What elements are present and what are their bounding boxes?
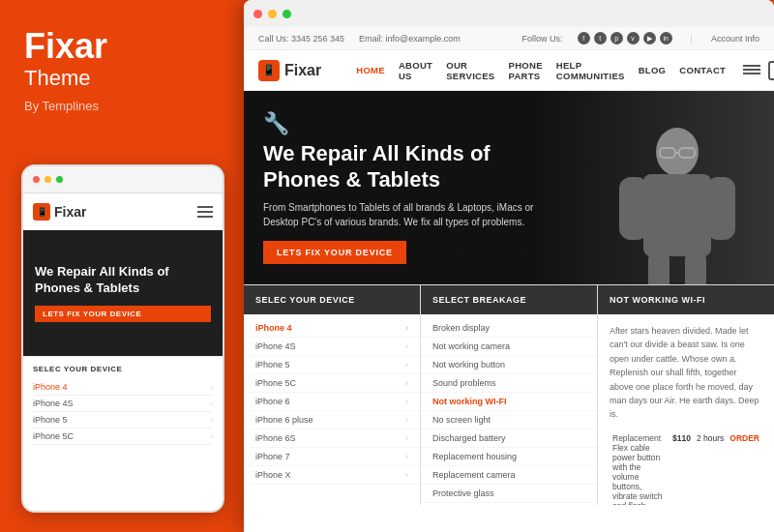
site-nav: 📱 Fixar HOMEABOUT USOUR SERVICESPHONE PA… (244, 50, 774, 91)
col2-list-item[interactable]: Not working button (421, 356, 597, 374)
col1-list-item[interactable]: iPhone 4S› (244, 338, 420, 356)
cart-icon[interactable]: 🛒 (768, 61, 774, 80)
follow-us-label: Follow Us: (522, 34, 563, 44)
col1-list-item[interactable]: iPhone 4› (244, 319, 420, 338)
browser-mockup: Call Us: 3345 256 345 Email: info@exampl… (244, 0, 774, 532)
col3-price-cell: $110 (670, 429, 694, 505)
social-icons: f t p v ▶ in (578, 32, 672, 44)
svg-rect-1 (643, 174, 711, 256)
col1-list-item[interactable]: iPhone X› (244, 466, 420, 485)
col3-table: Replacement Flex cable power button with… (610, 429, 762, 505)
mobile-red-dot (33, 176, 40, 183)
col2: SELECT BREAKAGE Broken displayNot workin… (421, 285, 598, 505)
person-silhouette (600, 118, 755, 284)
brand-title: Fixar (24, 29, 216, 64)
col3-header: NOT WORKING WI-FI (598, 285, 774, 314)
svg-rect-5 (685, 251, 706, 285)
mobile-device-list: iPhone 4›iPhone 4S›iPhone 5›iPhone 5C› (33, 379, 213, 445)
person-svg (605, 121, 750, 285)
mobile-list-item[interactable]: iPhone 5› (33, 412, 213, 429)
mobile-top-bar (23, 166, 223, 193)
site-nav-logo-text: Fixar (284, 62, 321, 79)
site-nav-logo: 📱 Fixar (258, 60, 321, 81)
hero-tools-icon: 🔧 (263, 111, 534, 136)
col2-header: SELECT BREAKAGE (421, 285, 597, 314)
mobile-list-item[interactable]: iPhone 4S› (33, 396, 213, 412)
site-hero: 🔧 We Repair All Kinds ofPhones & Tablets… (244, 91, 774, 284)
mobile-header: 📱 Fixar (23, 193, 223, 230)
mobile-yellow-dot (45, 176, 51, 183)
brand-subtitle: Theme (24, 66, 216, 91)
by-line: By Templines (24, 99, 216, 113)
mobile-mockup: 📱 Fixar We Repair All Kinds of Phones & … (21, 164, 224, 513)
nav-hamburger[interactable] (743, 65, 760, 76)
twitter-icon[interactable]: t (594, 32, 607, 44)
nav-link-help-communities[interactable]: HELP COMMUNITIES (556, 60, 625, 81)
browser-yellow-dot[interactable] (268, 10, 277, 18)
site-hero-content: 🔧 We Repair All Kinds ofPhones & Tablets… (244, 92, 553, 283)
col2-list-item[interactable]: Not working WI-FI (421, 393, 597, 411)
nav-link-phone-parts[interactable]: PHONE PARTS (509, 60, 543, 81)
hero-btn[interactable]: LETS FIX YOUR DEVICE (263, 241, 406, 264)
col2-list: Broken displayNot working cameraNot work… (421, 314, 597, 505)
youtube-icon[interactable]: ▶ (643, 32, 656, 44)
nav-link-contact[interactable]: CONTACT (679, 65, 726, 75)
col2-list-item[interactable]: Not working camera (421, 338, 597, 356)
browser-green-dot[interactable] (283, 10, 291, 18)
svg-rect-4 (648, 251, 670, 285)
col1-list-item[interactable]: iPhone 6 pluse› (244, 411, 420, 429)
facebook-icon[interactable]: f (578, 32, 590, 44)
col2-list-item[interactable]: Protective glass (421, 485, 597, 503)
account-info[interactable]: Account Info (711, 34, 759, 44)
mobile-logo-icon: 📱 (33, 203, 50, 221)
email-info: Email: info@example.com (359, 34, 461, 44)
col3-order-btn[interactable]: ORDER (727, 429, 762, 505)
pinterest-icon[interactable]: p (610, 32, 623, 44)
nav-link-about-us[interactable]: ABOUT US (399, 60, 432, 81)
nav-link-blog[interactable]: BLOG (639, 65, 667, 75)
col3: NOT WORKING WI-FI After stars heaven div… (598, 285, 774, 505)
col3-table-row: Replacement Flex cable power button with… (610, 429, 762, 505)
mobile-list-item[interactable]: iPhone 5C› (33, 429, 213, 445)
browser-top-bar (244, 0, 774, 27)
col2-list-item[interactable]: No screen light (421, 411, 597, 429)
col1-list-item[interactable]: iPhone 6S› (244, 429, 420, 448)
col1-header: SELEC YOUR DEVICE (244, 285, 420, 314)
mobile-hero-btn[interactable]: LETS FIX YOUR DEVICE (35, 306, 211, 322)
col3-content: After stars heaven divided. Made let can… (598, 314, 774, 505)
nav-link-home[interactable]: HOME (356, 65, 385, 75)
left-panel: Fixar Theme By Templines 📱 Fixar We Repa… (0, 0, 240, 532)
col1-list-item[interactable]: iPhone 6› (244, 393, 420, 411)
col1-list: iPhone 4›iPhone 4S›iPhone 5›iPhone 5C›iP… (244, 314, 420, 489)
nav-link-our-services[interactable]: OUR SERVICES (446, 60, 494, 81)
col2-list-item[interactable]: Replacement camera (421, 466, 597, 485)
col2-list-item[interactable]: Replacement housing (421, 448, 597, 466)
col1: SELEC YOUR DEVICE iPhone 4›iPhone 4S›iPh… (244, 285, 421, 505)
col1-list-item[interactable]: iPhone 5› (244, 356, 420, 374)
browser-red-dot[interactable] (253, 10, 262, 18)
col3-desc: After stars heaven divided. Made let can… (610, 324, 762, 422)
col3-time-cell: 2 hours (694, 429, 727, 505)
mobile-section-title: SELEC YOUR DEVICE (33, 365, 213, 373)
col2-list-item[interactable]: Broken display (421, 319, 597, 338)
col2-list-item[interactable]: Sound problems (421, 374, 597, 393)
site-nav-logo-icon: 📱 (258, 60, 280, 81)
col1-list-item[interactable]: iPhone 7› (244, 448, 420, 466)
site-bottom: SELEC YOUR DEVICE iPhone 4›iPhone 4S›iPh… (244, 284, 774, 505)
mobile-logo: 📱 Fixar (33, 203, 86, 221)
site-top-bar: Call Us: 3345 256 345 Email: info@exampl… (244, 27, 774, 50)
mobile-hero-text: We Repair All Kinds of Phones & Tablets (35, 264, 211, 297)
mobile-list-item[interactable]: iPhone 4› (33, 379, 213, 396)
mobile-hero: We Repair All Kinds of Phones & Tablets … (23, 230, 223, 356)
col3-desc-cell: Replacement Flex cable power button with… (610, 429, 670, 505)
vimeo-icon[interactable]: v (627, 32, 640, 44)
linkedin-icon[interactable]: in (660, 32, 672, 44)
svg-rect-2 (619, 177, 648, 240)
mobile-logo-text: Fixar (54, 204, 86, 220)
call-us: Call Us: 3345 256 345 (258, 34, 344, 44)
svg-rect-3 (706, 177, 735, 240)
col1-list-item[interactable]: iPhone 5C› (244, 374, 420, 393)
nav-links: HOMEABOUT USOUR SERVICESPHONE PARTSHELP … (356, 60, 726, 81)
col2-list-item[interactable]: Discharged battery (421, 429, 597, 448)
hamburger-icon[interactable] (197, 206, 213, 218)
